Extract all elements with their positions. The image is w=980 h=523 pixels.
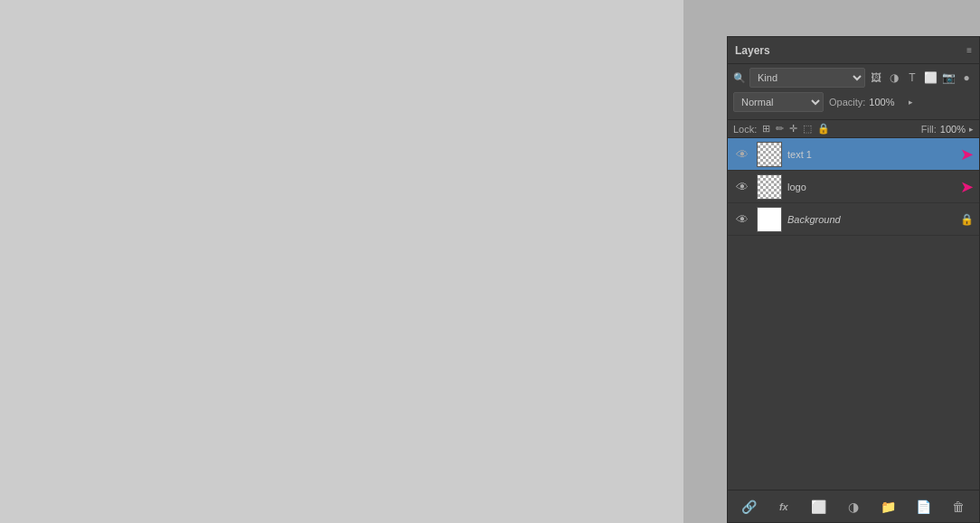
layer-item[interactable]: 👁 Background 🔒 bbox=[728, 203, 979, 236]
layer-name-background: Background bbox=[787, 214, 960, 225]
visibility-icon-text1[interactable]: 👁 bbox=[733, 147, 751, 162]
panel-header: 🔍 Kind 🖼 ◑ T ⬜ 📷 ● Normal Dissolve Multi… bbox=[728, 64, 979, 120]
layer-name-logo: logo bbox=[787, 182, 956, 192]
layer-thumb-logo bbox=[757, 174, 782, 200]
lock-row: Lock: ⊞ ✏ ✛ ⬚ 🔒 Fill: 100% ▸ bbox=[728, 120, 979, 138]
dot-filter-icon[interactable]: ● bbox=[959, 71, 974, 84]
canvas-area bbox=[0, 0, 683, 523]
fill-label: Fill: bbox=[921, 124, 937, 135]
visibility-icon-background[interactable]: 👁 bbox=[733, 212, 751, 227]
filter-icons: 🖼 ◑ T ⬜ 📷 ● bbox=[869, 71, 974, 84]
circle-filter-icon[interactable]: ◑ bbox=[887, 71, 901, 84]
new-group-icon[interactable]: 📁 bbox=[878, 500, 900, 514]
fx-icon[interactable]: fx bbox=[773, 501, 795, 512]
thumb-white bbox=[758, 208, 781, 231]
panel-title-bar: Layers ≡ bbox=[728, 37, 979, 64]
layer-arrow-logo: ➤ bbox=[960, 179, 974, 195]
panel-footer: 🔗 fx ⬜ ◑ 📁 📄 🗑 bbox=[728, 490, 979, 522]
layer-arrow-text1: ➤ bbox=[960, 146, 974, 163]
lock-paint-icon[interactable]: ✏ bbox=[776, 123, 784, 135]
layer-thumb-background bbox=[757, 207, 782, 232]
fill-value: 100% bbox=[940, 124, 966, 135]
filter-row: 🔍 Kind 🖼 ◑ T ⬜ 📷 ● bbox=[733, 68, 974, 88]
layer-thumb-text1 bbox=[757, 142, 782, 167]
layer-lock-icon: 🔒 bbox=[960, 213, 974, 226]
delete-layer-icon[interactable]: 🗑 bbox=[947, 500, 969, 514]
new-layer-icon[interactable]: 📄 bbox=[912, 500, 934, 514]
thumb-checker bbox=[758, 143, 781, 166]
opacity-row: Opacity: 100% ▸ bbox=[829, 97, 913, 107]
fill-slider-arrow[interactable]: ▸ bbox=[969, 125, 974, 134]
panel-title: Layers bbox=[735, 44, 770, 57]
layers-list: 👁 text 1 ➤ 👁 logo ➤ 👁 Background 🔒 bbox=[728, 138, 979, 490]
opacity-value: 100% bbox=[869, 97, 905, 107]
lock-label: Lock: bbox=[733, 124, 757, 135]
shape-filter-icon[interactable]: ⬜ bbox=[923, 71, 938, 84]
search-icon: 🔍 bbox=[733, 72, 746, 84]
link-layers-icon[interactable]: 🔗 bbox=[738, 500, 759, 514]
layer-item[interactable]: 👁 text 1 ➤ bbox=[728, 138, 979, 171]
add-mask-icon[interactable]: ⬜ bbox=[807, 500, 829, 514]
text-filter-icon[interactable]: T bbox=[905, 71, 919, 84]
opacity-label: Opacity: bbox=[829, 97, 865, 107]
lock-artboard-icon[interactable]: ⬚ bbox=[803, 123, 812, 135]
layer-name-text1: text 1 bbox=[787, 149, 956, 160]
image-filter-icon[interactable]: 🖼 bbox=[869, 71, 883, 84]
opacity-slider-arrow[interactable]: ▸ bbox=[909, 98, 913, 107]
visibility-icon-logo[interactable]: 👁 bbox=[733, 180, 751, 194]
panel-menu-icon[interactable]: ≡ bbox=[966, 45, 972, 55]
blend-mode-select[interactable]: Normal Dissolve Multiply Screen Overlay bbox=[733, 92, 824, 112]
lock-all-icon[interactable]: 🔒 bbox=[817, 123, 830, 135]
adjustment-icon[interactable]: ◑ bbox=[843, 500, 864, 514]
kind-filter-select[interactable]: Kind bbox=[749, 68, 865, 88]
layers-panel: Layers ≡ 🔍 Kind 🖼 ◑ T ⬜ 📷 ● Normal Disso… bbox=[727, 36, 980, 523]
lock-move-icon[interactable]: ✛ bbox=[789, 123, 797, 135]
layer-item[interactable]: 👁 logo ➤ bbox=[728, 171, 979, 203]
smart-filter-icon[interactable]: 📷 bbox=[941, 71, 956, 84]
thumb-checker bbox=[758, 175, 781, 199]
lock-position-icon[interactable]: ⊞ bbox=[762, 123, 770, 135]
fill-section: Fill: 100% ▸ bbox=[921, 124, 974, 135]
blend-row: Normal Dissolve Multiply Screen Overlay … bbox=[733, 92, 974, 112]
